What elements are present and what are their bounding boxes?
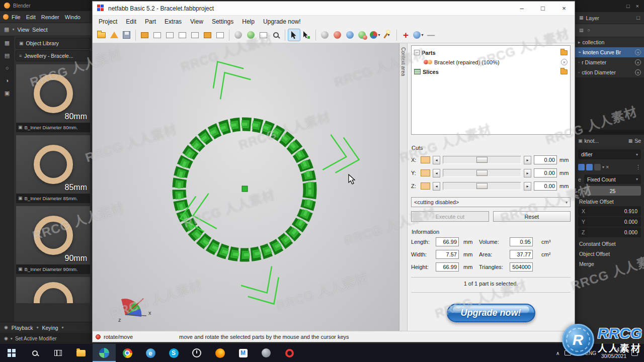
- axis-swatch-x[interactable]: [421, 156, 430, 163]
- page-icon[interactable]: ▤: [5, 53, 10, 58]
- language-indicator[interactable]: ENG: [585, 350, 596, 356]
- pivot-handle[interactable]: [242, 186, 248, 192]
- start-button[interactable]: [0, 344, 23, 362]
- context-area-tab[interactable]: Context area: [399, 43, 408, 331]
- cut-slider-y[interactable]: [443, 169, 521, 177]
- blender-menu-file[interactable]: File: [9, 13, 23, 21]
- slider-thumb[interactable]: [476, 183, 488, 189]
- grid-icon[interactable]: ▦: [5, 40, 10, 46]
- skype-button[interactable]: S: [162, 344, 185, 362]
- volume-value[interactable]: [510, 237, 533, 246]
- shaded-view-icon[interactable]: [232, 29, 245, 41]
- asset-thumbnail[interactable]: 85mm: [16, 135, 90, 194]
- zoom-icon[interactable]: [270, 29, 282, 41]
- blender-menu-view[interactable]: View: [17, 27, 29, 33]
- tree-item-slices[interactable]: Slices: [413, 67, 569, 76]
- asset-card-85mm[interactable]: 85mm ▣ B_Inner Diameter 85mm.: [16, 135, 90, 203]
- merge-label[interactable]: Merge: [575, 258, 644, 268]
- netfabb-titlebar[interactable]: netfabb Basic 5.2 - Bracelet.fabbproject…: [93, 2, 575, 16]
- axis-swatch-y[interactable]: [421, 169, 430, 176]
- asset-icon[interactable]: ▣: [5, 90, 10, 96]
- cut-value-input-y[interactable]: [534, 168, 557, 177]
- object-offset-label[interactable]: Object Offset: [575, 248, 644, 258]
- blender-menu-edit[interactable]: Edit: [24, 13, 38, 21]
- folder-icon[interactable]: [560, 69, 568, 74]
- wireframe-view-icon[interactable]: [245, 29, 257, 41]
- slider-left-button[interactable]: ◂: [433, 156, 440, 164]
- menu-part[interactable]: Part: [141, 17, 160, 27]
- collapse-icon[interactable]: −: [414, 50, 420, 55]
- material-icon[interactable]: ▾: [369, 29, 381, 41]
- add-modifier-dropdown[interactable]: difier ▾: [578, 149, 641, 159]
- close-button[interactable]: ×: [553, 2, 575, 15]
- add-icon[interactable]: +: [399, 29, 412, 41]
- cut-value-input-x[interactable]: [534, 155, 557, 164]
- platform-view-icon-1[interactable]: [138, 29, 151, 41]
- tray-expand-icon[interactable]: ∧: [556, 350, 559, 356]
- taskbar-clock[interactable]: 14:47 30/05/2021: [601, 346, 626, 359]
- search-button[interactable]: [23, 344, 46, 362]
- offset-y-field[interactable]: Y 0.000: [578, 217, 641, 227]
- select-tool-icon[interactable]: [288, 29, 300, 41]
- remove-modifier-icon[interactable]: ×: [606, 164, 609, 170]
- cutting-mode-dropdown[interactable]: <cutting disabled> ▾: [411, 197, 571, 207]
- platform-view-icon-7[interactable]: [214, 29, 226, 41]
- asset-card-90mm[interactable]: 90mm ▣ B_Inner Diameter 90mm.: [16, 206, 90, 274]
- shaded-sphere-icon[interactable]: ◑: [6, 78, 9, 83]
- expand-icon[interactable]: ▸: [578, 40, 581, 45]
- cut-value-input-z[interactable]: [534, 182, 557, 191]
- measure-tool-icon[interactable]: ▾: [412, 29, 425, 41]
- upgrade-now-button[interactable]: Upgrade now!: [447, 304, 535, 322]
- menu-settings[interactable]: Settings: [208, 17, 237, 27]
- blender-menu-select[interactable]: Select: [32, 27, 48, 33]
- repair-wand-icon[interactable]: ▾: [381, 29, 394, 41]
- cut-slider-z[interactable]: [443, 182, 521, 190]
- outliner-item-collection[interactable]: ▸ collection: [575, 37, 644, 47]
- blender-menu-window[interactable]: Windo: [62, 13, 83, 21]
- slider-thumb[interactable]: [476, 157, 488, 163]
- slider-right-button[interactable]: ▸: [524, 182, 531, 191]
- playback-menu[interactable]: Playback: [12, 325, 33, 331]
- modifier-edit-toggle-icon[interactable]: [578, 164, 585, 170]
- platform-view-icon-4[interactable]: [176, 29, 189, 41]
- export-icon[interactable]: [120, 29, 133, 41]
- platform-view-icon-5[interactable]: [189, 29, 201, 41]
- offset-z-field[interactable]: Z 0.000: [578, 227, 641, 237]
- exclude-icon[interactable]: ×: [635, 59, 641, 65]
- object-library-dropdown[interactable]: ▣ Object Library: [16, 38, 91, 49]
- rotation-handles[interactable]: [176, 52, 363, 314]
- file-explorer-button[interactable]: [69, 344, 93, 362]
- window-close-icon[interactable]: ×: [636, 4, 639, 9]
- area-value[interactable]: [510, 250, 533, 259]
- menu-view[interactable]: View: [186, 17, 207, 27]
- modifier-realtime-toggle-icon[interactable]: [586, 164, 593, 170]
- move-tool-icon[interactable]: [300, 29, 313, 41]
- pin-icon[interactable]: ▦: [628, 139, 633, 143]
- open-project-icon[interactable]: [95, 29, 108, 41]
- constant-offset-label[interactable]: Constant Offset: [575, 238, 644, 248]
- filter-icon[interactable]: ▤: [579, 28, 584, 33]
- exclude-icon[interactable]: ×: [635, 49, 641, 55]
- relative-offset-label[interactable]: Relative Offset: [575, 196, 644, 206]
- offset-x-field[interactable]: X 0.910: [578, 206, 641, 216]
- axis-swatch-z[interactable]: [421, 183, 430, 190]
- panel-divider[interactable]: [575, 130, 644, 135]
- viewport-3d[interactable]: z x: [93, 43, 399, 331]
- display-icon[interactable]: [565, 350, 571, 355]
- asset-thumbnail[interactable]: 80mm: [16, 64, 90, 123]
- copy-icon[interactable]: □: [636, 15, 640, 21]
- asset-card-partial[interactable]: [16, 277, 90, 303]
- slider-left-button[interactable]: ◂: [433, 182, 440, 191]
- asset-card-80mm[interactable]: 80mm ▣ B_Inner Diameter 80mm.: [16, 64, 90, 132]
- chevron-down-icon[interactable]: ▾: [602, 165, 604, 169]
- menu-edit[interactable]: Edit: [122, 17, 140, 27]
- length-value[interactable]: [436, 237, 459, 246]
- width-value[interactable]: [436, 250, 459, 259]
- category-dropdown[interactable]: ≡ Jewellery - Bracele...: [16, 50, 91, 61]
- chrome-button[interactable]: [116, 344, 139, 362]
- menu-extras[interactable]: Extras: [160, 17, 186, 27]
- asset-thumbnail[interactable]: 90mm: [16, 206, 90, 264]
- window-restore-icon[interactable]: □: [626, 4, 630, 9]
- add-part-icon[interactable]: [108, 29, 120, 41]
- slider-right-button[interactable]: ▸: [524, 169, 531, 177]
